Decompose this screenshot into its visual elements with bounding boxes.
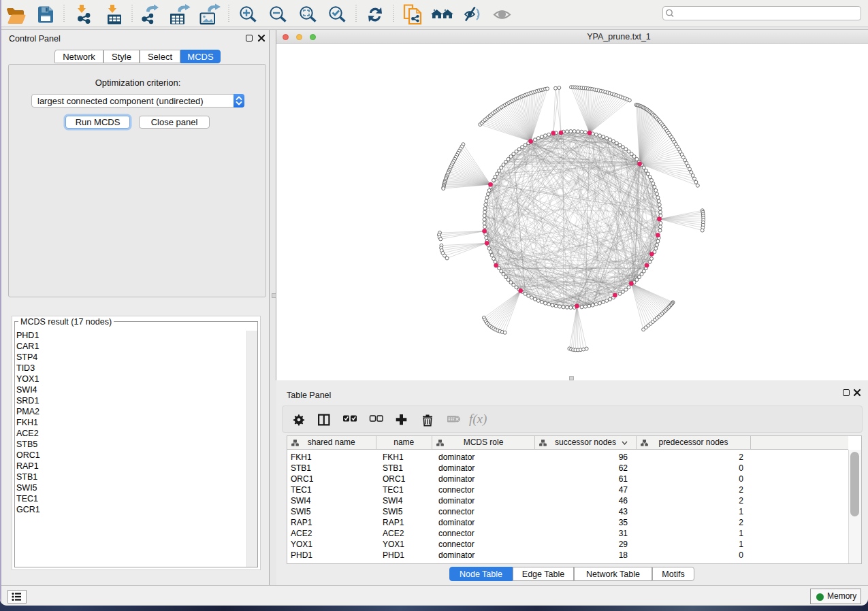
svg-text:f(x): f(x) bbox=[469, 412, 487, 427]
